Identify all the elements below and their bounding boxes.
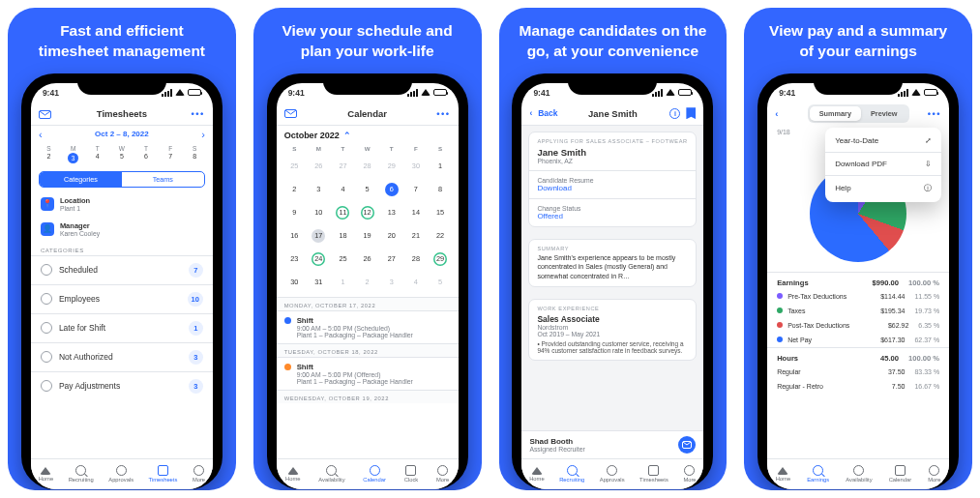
- calendar-day[interactable]: 12: [355, 204, 379, 221]
- tab-more[interactable]: More: [436, 465, 449, 483]
- location-icon: 📍: [41, 197, 54, 211]
- calendar-day[interactable]: 31: [307, 274, 331, 291]
- tab-earnings[interactable]: Earnings: [807, 465, 829, 483]
- calendar-day[interactable]: 2: [282, 181, 307, 198]
- calendar-day[interactable]: 29: [428, 250, 452, 268]
- tab-more[interactable]: More: [193, 465, 205, 483]
- tab-timesheets[interactable]: Timesheets: [639, 465, 668, 483]
- calendar-day[interactable]: 5: [428, 274, 452, 291]
- segment-summary[interactable]: Summary: [810, 106, 861, 121]
- tab-home[interactable]: Home: [776, 467, 790, 482]
- nav-left[interactable]: [284, 109, 317, 118]
- segment-preview[interactable]: Preview: [861, 106, 907, 121]
- agenda-item[interactable]: Shift9:00 AM – 5:00 PM (Scheduled)Plant …: [277, 310, 459, 343]
- calendar-day[interactable]: 15: [428, 204, 452, 221]
- category-row[interactable]: Pay Adjustments3: [31, 371, 213, 400]
- resume-label: Candidate Resume: [537, 177, 688, 184]
- calendar-day[interactable]: 21: [403, 227, 428, 245]
- category-row[interactable]: Late for Shift1: [31, 313, 213, 342]
- tab-calendar[interactable]: Calendar: [363, 465, 386, 483]
- tab-home[interactable]: Home: [285, 467, 300, 482]
- category-row[interactable]: Scheduled7: [31, 255, 213, 284]
- tab-home[interactable]: Home: [529, 467, 544, 482]
- tab-calendar[interactable]: Calendar: [889, 465, 912, 483]
- calendar-day[interactable]: 24: [307, 250, 331, 268]
- calendar-day[interactable]: 27: [331, 158, 355, 175]
- calendar-day[interactable]: 8: [428, 181, 452, 198]
- calendar-day[interactable]: 30: [403, 158, 428, 175]
- calendar-day[interactable]: 3: [307, 181, 331, 198]
- calendar-day[interactable]: 22: [428, 227, 452, 245]
- tab-approvals[interactable]: Approvals: [600, 465, 625, 483]
- nav-right[interactable]: •••: [172, 108, 205, 119]
- resume-download-link[interactable]: Download: [537, 184, 688, 192]
- calendar-day[interactable]: 10: [307, 204, 331, 221]
- calendar-day[interactable]: 25: [282, 158, 307, 175]
- status-value[interactable]: Offered: [537, 212, 688, 220]
- month-header[interactable]: October 2022 ⌃: [277, 126, 459, 145]
- calendar-day[interactable]: 26: [355, 250, 379, 268]
- calendar-day[interactable]: 1: [331, 274, 355, 291]
- segment-teams[interactable]: Teams: [122, 172, 204, 187]
- calendar-day[interactable]: 1: [428, 158, 452, 175]
- cal-icon: [405, 465, 416, 476]
- tab-approvals[interactable]: Approvals: [108, 465, 134, 483]
- menu-help[interactable]: Helpⓘ: [825, 175, 941, 200]
- calendar-day[interactable]: 6: [379, 181, 403, 198]
- calendar-day[interactable]: 14: [403, 204, 428, 221]
- calendar-day[interactable]: 4: [331, 181, 355, 198]
- tab-timesheets[interactable]: Timesheets: [149, 465, 178, 483]
- tab-availability[interactable]: Availability: [318, 465, 344, 483]
- calendar-day[interactable]: 20: [379, 227, 403, 245]
- today-cell[interactable]: 3: [61, 153, 85, 163]
- calendar-day[interactable]: 13: [379, 204, 403, 221]
- menu-ytd[interactable]: Year-to-Date⤢: [825, 130, 941, 152]
- calendar-day[interactable]: 18: [331, 227, 355, 245]
- view-segment[interactable]: Summary Preview: [808, 104, 909, 123]
- view-segment[interactable]: Categories Teams: [39, 171, 205, 188]
- message-button[interactable]: [678, 436, 696, 454]
- calendar-day[interactable]: 19: [355, 227, 379, 245]
- nav-right[interactable]: •••: [909, 108, 942, 119]
- calendar-day[interactable]: 7: [403, 181, 428, 198]
- calendar-day[interactable]: 29: [379, 158, 403, 175]
- segment-categories[interactable]: Categories: [40, 172, 122, 187]
- calendar-day[interactable]: 23: [282, 250, 307, 268]
- date-range[interactable]: Oct 2 – 8, 2022: [95, 130, 149, 138]
- calendar-day[interactable]: 5: [355, 181, 379, 198]
- calendar-day[interactable]: 28: [403, 250, 428, 268]
- tab-home[interactable]: Home: [39, 467, 53, 482]
- calendar-day[interactable]: 16: [282, 227, 307, 245]
- tab-availability[interactable]: Availability: [846, 465, 872, 483]
- tab-more[interactable]: More: [683, 465, 696, 483]
- agenda-item[interactable]: Shift9:00 AM – 5:00 PM (Offered)Plant 1 …: [277, 357, 459, 390]
- calendar-day[interactable]: 25: [331, 250, 355, 268]
- info-icon[interactable]: i: [669, 108, 680, 119]
- category-row[interactable]: Not Authorized3: [31, 342, 213, 371]
- calendar-day[interactable]: 28: [355, 158, 379, 175]
- calendar-day[interactable]: 4: [403, 274, 428, 291]
- prev-week-button[interactable]: ‹: [39, 129, 43, 140]
- tab-recruiting[interactable]: Recruiting: [69, 465, 94, 483]
- calendar-day[interactable]: 2: [355, 274, 379, 291]
- tab-clock[interactable]: Clock: [404, 465, 419, 483]
- nav-right[interactable]: •••: [418, 108, 451, 119]
- calendar-day[interactable]: 9: [282, 204, 307, 221]
- calendar-day[interactable]: 26: [307, 158, 331, 175]
- tab-more[interactable]: More: [928, 465, 940, 483]
- category-row[interactable]: Employees10: [31, 284, 213, 313]
- next-week-button[interactable]: ›: [201, 129, 205, 140]
- info-manager[interactable]: 👤 Manager Karen Cooley: [31, 217, 213, 242]
- back-button[interactable]: ‹Back: [529, 108, 562, 118]
- menu-download-pdf[interactable]: Download PDF⇩: [825, 152, 941, 175]
- bookmark-icon[interactable]: [686, 107, 696, 119]
- calendar-day[interactable]: 27: [379, 250, 403, 268]
- back-button[interactable]: ‹: [775, 108, 808, 119]
- calendar-day[interactable]: 17: [307, 227, 331, 245]
- calendar-day[interactable]: 11: [331, 204, 355, 221]
- calendar-day[interactable]: 30: [282, 274, 307, 291]
- nav-left[interactable]: [39, 108, 72, 119]
- info-location[interactable]: 📍 Location Plant 1: [31, 191, 213, 217]
- calendar-day[interactable]: 3: [379, 274, 403, 291]
- tab-recruiting[interactable]: Recruiting: [559, 465, 584, 483]
